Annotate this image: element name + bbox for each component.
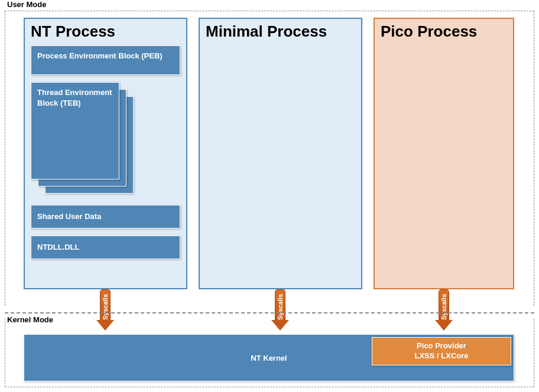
pico-provider-line2: LXSS / LXCore: [414, 351, 468, 361]
pico-process-box: Pico Process: [374, 18, 514, 289]
user-mode-label: User Mode: [7, 0, 46, 9]
mode-divider: [5, 312, 534, 313]
shared-user-data-block: Shared User Data: [31, 205, 180, 228]
syscalls-label: Syscalls: [277, 294, 284, 320]
teb-stack: Thread Environment Block (TEB): [31, 82, 180, 188]
pico-process-title: Pico Process: [381, 22, 507, 41]
nt-process-box: NT Process Process Environment Block (PE…: [24, 18, 187, 289]
minimal-process-title: Minimal Process: [206, 22, 355, 41]
teb-card-front: Thread Environment Block (TEB): [31, 82, 119, 179]
syscalls-label: Syscalls: [440, 294, 447, 320]
nt-process-title: NT Process: [31, 22, 180, 41]
peb-block: Process Environment Block (PEB): [31, 45, 180, 75]
nt-kernel-block: NT Kernel Pico Provider LXSS / LXCore: [24, 334, 514, 381]
minimal-process-box: Minimal Process: [199, 18, 362, 289]
nt-kernel-label: NT Kernel: [251, 354, 287, 362]
ntdll-block: NTDLL.DLL: [31, 236, 180, 259]
pico-provider-line1: Pico Provider: [417, 341, 466, 351]
pico-provider-block: Pico Provider LXSS / LXCore: [372, 337, 511, 365]
syscalls-label: Syscalls: [102, 294, 109, 320]
